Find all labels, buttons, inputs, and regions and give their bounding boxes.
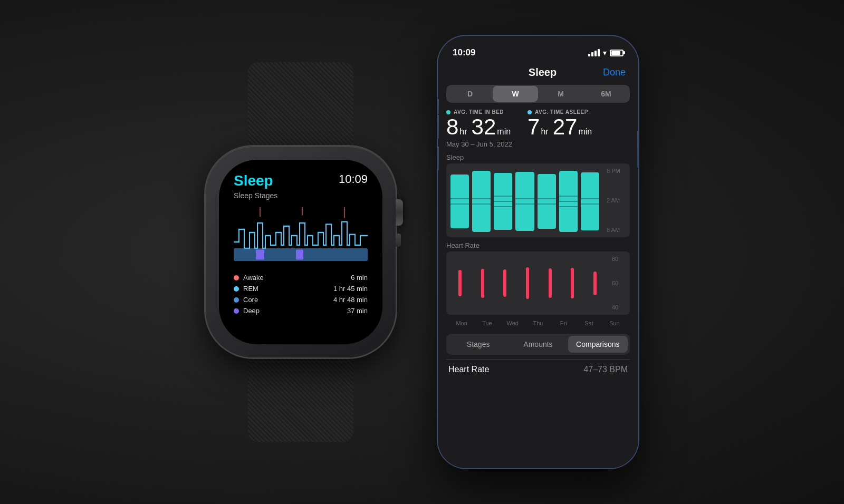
sleep-bar-chart: 8 PM 2 AM 8 AM — [446, 163, 630, 237]
signal-bar-1 — [588, 54, 590, 56]
sleep-y-top: 8 PM — [607, 168, 627, 174]
svg-rect-5 — [256, 249, 264, 259]
stage-row-rem: REM 1 hr 45 min — [234, 285, 368, 293]
sleep-bar-tue — [472, 168, 491, 235]
segment-w[interactable]: W — [493, 86, 538, 102]
day-sat: Sat — [578, 320, 600, 326]
phone-side-button[interactable] — [637, 131, 638, 168]
heart-rate-chart: 80 60 40 — [446, 251, 630, 315]
phone-header-title: Sleep — [482, 66, 603, 79]
bed-hr-number: 8 — [446, 116, 458, 138]
sleep-bar-sat — [559, 168, 578, 235]
watch-sleep-stages: Awake 6 min REM 1 hr 45 min — [234, 274, 368, 315]
hr-chart-section: Heart Rate — [446, 241, 630, 315]
tab-stages[interactable]: Stages — [448, 336, 508, 353]
rem-dot — [234, 286, 239, 292]
metrics-row: AVG. TIME IN BED 8 hr 32 min — [446, 109, 630, 138]
watch-subtitle: Sleep Stages — [234, 191, 368, 200]
awake-dot — [234, 275, 239, 280]
signal-bars-icon — [588, 49, 600, 56]
svg-rect-6 — [296, 249, 303, 259]
sleep-bar-wed — [494, 168, 512, 235]
day-thu: Thu — [527, 320, 549, 326]
phone-container: 10:09 ▾ — [438, 36, 638, 468]
stage-row-deep: Deep 37 min — [234, 307, 368, 315]
watch-time: 10:09 — [339, 172, 368, 186]
bed-min-unit: min — [497, 127, 511, 137]
stage-row-awake: Awake 6 min — [234, 274, 368, 282]
hr-bar-sun — [585, 262, 605, 304]
watch-screen: Sleep 10:09 Sleep Stages — [219, 160, 382, 344]
rem-time: 1 hr 45 min — [333, 285, 368, 293]
sleep-bar-sun — [581, 168, 599, 235]
bed-min-number: 32 — [472, 116, 496, 138]
day-mon: Mon — [450, 320, 473, 326]
sleep-chart-svg — [234, 204, 368, 267]
avg-bed-value: 8 hr 32 min — [446, 116, 515, 138]
core-time: 4 hr 48 min — [333, 296, 368, 304]
signal-bar-4 — [598, 49, 600, 56]
bottom-info-value: 47–73 BPM — [583, 365, 628, 374]
day-wed: Wed — [502, 320, 524, 326]
watch-crown[interactable] — [396, 199, 403, 226]
hr-chart-label: Heart Rate — [446, 241, 630, 249]
phone-mute-button[interactable] — [438, 99, 439, 114]
signal-bar-2 — [591, 52, 593, 56]
sleep-bar-mon — [450, 168, 469, 235]
hr-y-axis: 80 60 40 — [609, 251, 630, 315]
asleep-hr-unit: hr — [541, 127, 548, 137]
day-sun: Sun — [603, 320, 626, 326]
day-tue: Tue — [476, 320, 498, 326]
phone-header: Sleep Done — [438, 62, 638, 85]
bottom-info-row: Heart Rate 47–73 BPM — [446, 359, 630, 380]
core-dot — [234, 297, 239, 303]
hr-bar-wed — [495, 262, 515, 304]
sleep-bar-thu — [515, 168, 534, 235]
day-fri: Fri — [552, 320, 574, 326]
hr-bars-area — [446, 251, 609, 315]
sleep-y-mid: 2 AM — [607, 197, 627, 203]
phone-status-bar: 10:09 ▾ — [438, 36, 638, 62]
watch-body: Sleep 10:09 Sleep Stages — [206, 147, 396, 357]
phone-status-time: 10:09 — [453, 47, 475, 58]
asleep-hr-number: 7 — [528, 116, 540, 138]
tab-comparisons[interactable]: Comparisons — [568, 336, 628, 353]
phone-screen: 10:09 ▾ — [438, 36, 638, 468]
segment-m[interactable]: M — [538, 86, 583, 102]
core-label: Core — [243, 296, 258, 304]
tab-amounts[interactable]: Amounts — [508, 336, 568, 353]
bed-dot — [446, 110, 450, 114]
sleep-chart-section: Sleep — [446, 153, 630, 237]
phone-vol-up-button[interactable] — [438, 115, 439, 139]
battery-fill — [611, 51, 620, 55]
segment-d[interactable]: D — [447, 86, 493, 102]
hr-bar-tue — [473, 262, 493, 304]
wifi-icon: ▾ — [603, 49, 607, 57]
sleep-y-axis: 8 PM 2 AM 8 AM — [603, 163, 630, 237]
segment-6m[interactable]: 6M — [583, 86, 629, 102]
phone-body: 10:09 ▾ — [438, 36, 638, 468]
rem-label: REM — [243, 285, 258, 293]
deep-time: 37 min — [347, 307, 368, 315]
asleep-min-number: 27 — [553, 116, 578, 138]
day-labels: Mon Tue Wed Thu Fri Sat Sun — [446, 319, 630, 327]
battery-icon — [610, 50, 624, 56]
deep-label: Deep — [243, 307, 260, 315]
watch-sleep-chart — [234, 204, 368, 267]
avg-asleep-block: AVG. TIME ASLEEP 7 hr 27 min — [528, 109, 596, 138]
date-range: May 30 – Jun 5, 2022 — [446, 140, 630, 148]
signal-bar-3 — [594, 51, 597, 56]
asleep-dot — [528, 110, 532, 114]
done-button[interactable]: Done — [603, 67, 626, 78]
phone-content: AVG. TIME IN BED 8 hr 32 min — [438, 109, 638, 468]
bottom-tabs: Stages Amounts Comparisons — [446, 334, 630, 355]
awake-time: 6 min — [351, 274, 368, 282]
awake-label: Awake — [243, 274, 264, 282]
watch-button[interactable] — [396, 234, 401, 247]
scene: Sleep 10:09 Sleep Stages — [0, 0, 844, 504]
bottom-info-label: Heart Rate — [448, 365, 489, 374]
phone-vol-down-button[interactable] — [438, 147, 439, 170]
status-icons: ▾ — [588, 49, 624, 57]
sleep-chart-label: Sleep — [446, 153, 630, 161]
stage-row-core: Core 4 hr 48 min — [234, 296, 368, 304]
